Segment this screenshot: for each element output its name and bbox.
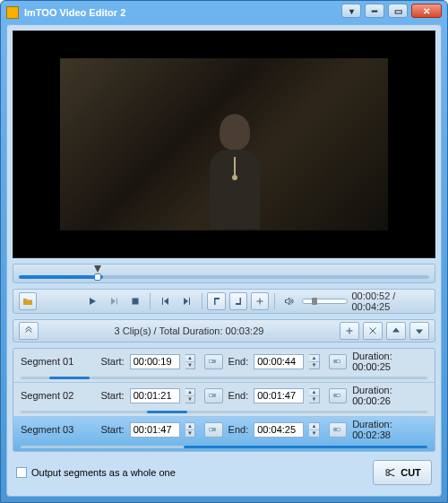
end-spinner[interactable]: ▲▼ [309, 422, 319, 438]
close-button[interactable]: ✕ [411, 4, 442, 18]
segment-row[interactable]: Segment 02 Start: 00:01:21 ▲▼ End: 00:01… [13, 383, 435, 417]
time-display: 00:00:52 / 00:04:25 [351, 291, 429, 312]
start-label: Start: [100, 390, 124, 401]
set-end-from-playhead-button[interactable] [329, 354, 348, 369]
svg-rect-2 [210, 360, 212, 362]
play-segment-button[interactable] [105, 292, 123, 310]
cut-button[interactable]: CUT [373, 460, 432, 485]
svg-rect-12 [337, 429, 340, 430]
app-title: ImTOO Video Editor 2 [24, 7, 125, 18]
collapse-button[interactable] [19, 322, 39, 340]
add-clip-button[interactable] [340, 322, 359, 340]
svg-rect-0 [133, 299, 139, 305]
end-label: End: [228, 390, 249, 401]
segments-list: Segment 01 Start: 00:00:19 ▲▼ End: 00:00… [13, 348, 435, 452]
segment-name: Segment 02 [21, 390, 95, 401]
segment-name: Segment 03 [21, 424, 95, 435]
playhead-marker-icon[interactable] [94, 265, 101, 273]
end-spinner[interactable]: ▲▼ [309, 388, 319, 403]
new-segment-button[interactable] [251, 292, 269, 310]
end-time-input[interactable]: 00:00:44 [254, 354, 304, 369]
minimize-button[interactable]: ━ [365, 4, 384, 18]
start-spinner[interactable]: ▲▼ [185, 422, 195, 438]
start-time-input[interactable]: 00:01:21 [130, 388, 180, 403]
app-icon [6, 6, 19, 19]
duration-label: Duration: 00:00:26 [352, 385, 427, 406]
start-spinner[interactable]: ▲▼ [185, 388, 195, 403]
svg-rect-10 [210, 429, 212, 430]
output-whole-checkbox[interactable] [16, 467, 27, 478]
set-end-from-playhead-button[interactable] [329, 388, 348, 403]
segment-range-bar[interactable] [21, 446, 427, 448]
segment-range-bar[interactable] [21, 411, 427, 413]
delete-clip-button[interactable] [363, 322, 383, 340]
video-preview[interactable] [13, 30, 435, 258]
bottom-bar: Output segments as a whole one CUT [13, 457, 435, 488]
segment-range-bar[interactable] [21, 377, 427, 379]
duration-label: Duration: 00:00:25 [352, 351, 427, 372]
end-time-input[interactable]: 00:01:47 [254, 388, 304, 403]
menu-button[interactable]: ▾ [341, 4, 361, 18]
open-file-button[interactable] [19, 292, 37, 310]
start-label: Start: [100, 424, 124, 435]
start-spinner[interactable]: ▲▼ [185, 354, 195, 369]
main-panel: 00:00:52 / 00:04:25 3 Clip(s) / Total Du… [6, 24, 442, 497]
clips-toolbar: 3 Clip(s) / Total Duration: 00:03:29 [13, 319, 435, 343]
set-start-from-playhead-button[interactable] [204, 422, 223, 438]
set-end-button[interactable] [229, 292, 247, 310]
segment-name: Segment 01 [21, 356, 95, 367]
timeline-handle[interactable] [94, 273, 101, 281]
move-down-button[interactable] [409, 322, 429, 340]
svg-rect-6 [210, 395, 212, 396]
set-start-from-playhead-button[interactable] [204, 388, 223, 403]
stop-button[interactable] [126, 292, 144, 310]
playback-toolbar: 00:00:52 / 00:04:25 [13, 289, 435, 314]
end-label: End: [228, 424, 249, 435]
start-label: Start: [100, 356, 124, 367]
maximize-button[interactable]: ▭ [388, 4, 408, 18]
output-whole-label: Output segments as a whole one [31, 467, 176, 478]
titlebar-buttons: ▾ ━ ▭ ✕ [341, 4, 442, 18]
play-button[interactable] [83, 292, 101, 310]
move-up-button[interactable] [386, 322, 406, 340]
current-time: 00:00:52 [351, 291, 390, 301]
timeline-progress [19, 275, 103, 279]
total-time: 00:04:25 [351, 301, 390, 312]
video-frame [60, 58, 389, 230]
end-spinner[interactable]: ▲▼ [309, 354, 319, 369]
set-start-from-playhead-button[interactable] [204, 354, 223, 369]
end-label: End: [228, 356, 249, 367]
volume-slider[interactable] [302, 299, 348, 304]
prev-frame-button[interactable] [156, 292, 174, 310]
clips-summary: 3 Clip(s) / Total Duration: 00:03:29 [42, 325, 336, 336]
scissors-icon [383, 466, 396, 479]
volume-icon[interactable] [280, 292, 298, 310]
start-time-input[interactable]: 00:00:19 [130, 354, 180, 369]
next-frame-button[interactable] [177, 292, 195, 310]
start-time-input[interactable]: 00:01:47 [130, 422, 180, 438]
end-time-input[interactable]: 00:04:25 [254, 422, 304, 438]
svg-rect-4 [337, 360, 340, 362]
segment-row[interactable]: Segment 03 Start: 00:01:47 ▲▼ End: 00:04… [13, 417, 435, 451]
set-end-from-playhead-button[interactable] [329, 422, 348, 438]
duration-label: Duration: 00:02:38 [352, 419, 427, 440]
segment-row[interactable]: Segment 01 Start: 00:00:19 ▲▼ End: 00:00… [13, 349, 435, 383]
app-window: ImTOO Video Editor 2 ▾ ━ ▭ ✕ [0, 0, 448, 503]
set-start-button[interactable] [207, 292, 225, 310]
video-subject [199, 114, 271, 230]
cut-label: CUT [401, 467, 421, 478]
svg-rect-8 [337, 395, 340, 396]
timeline[interactable] [13, 264, 435, 283]
titlebar[interactable]: ImTOO Video Editor 2 ▾ ━ ▭ ✕ [1, 1, 447, 24]
